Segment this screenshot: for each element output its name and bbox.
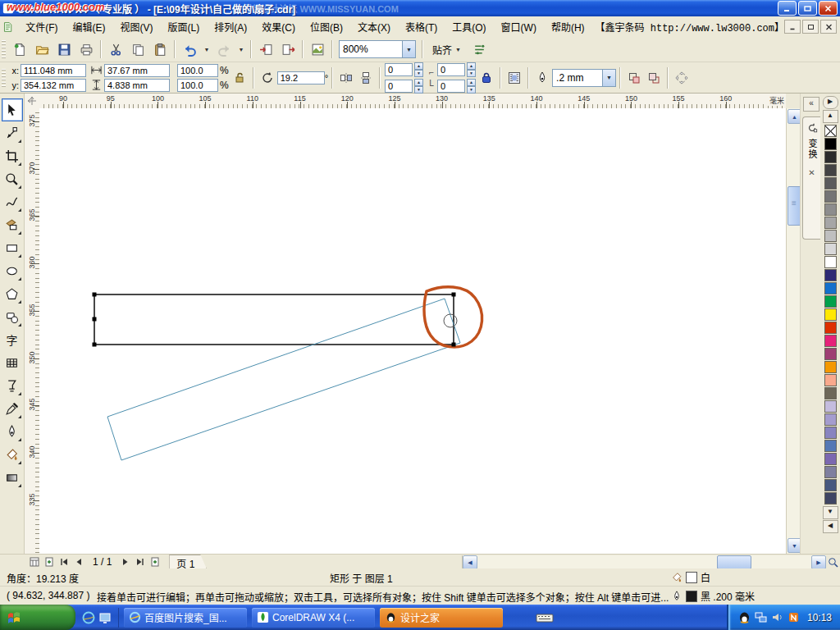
color-swatch-#7f7f9f[interactable]	[824, 466, 837, 478]
task-button-coreldraw[interactable]: CorelDRAW X4 (...	[252, 608, 375, 628]
mirror-vertical-button[interactable]	[356, 68, 376, 88]
menu-item-排列A[interactable]: 排列(A)	[207, 17, 254, 36]
text-tool[interactable]: 字	[2, 328, 23, 351]
object-height-field[interactable]: 4.838 mm	[104, 79, 170, 92]
color-swatch-#7b68b0[interactable]	[824, 453, 837, 465]
import-button[interactable]	[255, 39, 276, 60]
last-page-button[interactable]	[134, 556, 147, 568]
vertical-ruler[interactable]: 375370365360355350345340335	[25, 108, 40, 554]
chevron-down-icon[interactable]: ▼	[402, 41, 415, 57]
y-position-field[interactable]: 354.132 mm	[21, 79, 86, 92]
docker-collapse-button[interactable]: «	[803, 97, 819, 112]
spin-down-icon[interactable]: ▼	[467, 86, 476, 94]
polygon-tool[interactable]	[2, 282, 23, 305]
undo-dropdown[interactable]: ▼	[201, 39, 212, 60]
task-button-qq[interactable]: 设计之家	[380, 608, 503, 628]
docker-tab-transformations[interactable]: 变换 ✕	[802, 116, 820, 240]
smart-fill-tool[interactable]	[2, 213, 23, 236]
menu-item-编辑E[interactable]: 编辑(E)	[66, 17, 113, 36]
color-swatch-#9e3f73[interactable]	[824, 348, 837, 360]
corner-radius-right-top[interactable]: 0	[437, 63, 465, 76]
copy-button[interactable]	[127, 39, 148, 60]
color-swatch-#47587f[interactable]	[824, 479, 837, 491]
toolbar-grip[interactable]	[2, 40, 6, 58]
spin-up-icon[interactable]: ▲	[467, 62, 476, 70]
interactive-fill-tool[interactable]	[2, 466, 23, 489]
show-desktop-icon[interactable]	[98, 611, 112, 624]
color-swatch-#3f4563[interactable]	[824, 492, 837, 504]
next-page-button[interactable]	[119, 556, 132, 568]
first-page-button[interactable]	[57, 556, 71, 568]
mdi-minimize-button[interactable]	[784, 20, 801, 34]
drawing-canvas[interactable]	[39, 108, 786, 554]
horizontal-scroll-thumb[interactable]	[717, 555, 751, 569]
color-swatch-#00a04a[interactable]	[824, 295, 837, 308]
menu-item-效果C[interactable]: 效果(C)	[254, 17, 303, 36]
fill-color-chip[interactable]	[686, 572, 697, 583]
task-button-ie[interactable]: 百度图片搜索_国...	[124, 608, 247, 628]
rectangle-object[interactable]	[94, 294, 454, 345]
blend-tool[interactable]	[2, 374, 23, 397]
paste-button[interactable]	[149, 39, 171, 60]
menu-item-表格T[interactable]: 表格(T)	[398, 17, 445, 36]
selection-handle[interactable]	[93, 317, 97, 322]
crop-tool[interactable]	[2, 144, 23, 167]
horizontal-scrollbar[interactable]: ◀ ▶	[462, 555, 826, 568]
scale-v-field[interactable]: 100.0	[177, 79, 218, 92]
corner-radius-left-bottom[interactable]: 0	[385, 80, 413, 93]
to-front-button[interactable]	[624, 68, 644, 88]
object-width-field[interactable]: 37.67 mm	[104, 64, 170, 77]
new-button[interactable]	[9, 39, 30, 60]
rotation-angle-field[interactable]: 19.2	[277, 71, 325, 84]
color-swatch-none[interactable]	[824, 125, 837, 137]
menu-item-帮助H[interactable]: 帮助(H)	[544, 17, 592, 36]
menu-item-工具O[interactable]: 工具(O)	[445, 17, 493, 36]
selection-handle[interactable]	[452, 293, 456, 297]
color-swatch-#ffffff[interactable]	[824, 256, 837, 268]
palette-flyout-icon[interactable]: ▶	[823, 96, 838, 109]
zoom-tool[interactable]	[2, 167, 23, 190]
scale-h-field[interactable]: 100.0	[177, 64, 218, 77]
propbar-grip[interactable]	[2, 69, 6, 87]
fill-tool[interactable]	[2, 443, 23, 466]
start-button[interactable]	[0, 605, 75, 630]
spin-up-icon[interactable]: ▲	[467, 79, 476, 86]
scroll-right-icon[interactable]: ▶	[811, 555, 826, 569]
freehand-tool[interactable]	[2, 190, 23, 213]
selection-handle[interactable]	[452, 343, 456, 347]
menu-item-窗口W[interactable]: 窗口(W)	[494, 17, 544, 36]
pick-tool[interactable]	[2, 98, 23, 121]
keyboard-icon[interactable]	[536, 611, 554, 624]
color-swatch-#2e2a75[interactable]	[824, 269, 837, 281]
print-button[interactable]	[75, 39, 97, 60]
save-button[interactable]	[53, 39, 75, 60]
convert-to-curves-button[interactable]	[672, 68, 692, 88]
corner-radius-right-bottom[interactable]: 0	[437, 80, 465, 93]
table-tool[interactable]	[2, 351, 23, 374]
restore-button[interactable]	[798, 1, 817, 16]
outline-pen-tool[interactable]	[2, 420, 23, 443]
options-button[interactable]	[468, 39, 490, 60]
selection-handle[interactable]	[93, 343, 97, 347]
color-swatch-#c4bcde[interactable]	[824, 400, 837, 413]
color-swatch-#bfbfbf[interactable]	[824, 230, 837, 242]
vertical-scrollbar[interactable]: ▲ ▼	[786, 108, 801, 554]
color-swatch-#8884c0[interactable]	[824, 427, 837, 439]
color-swatch-#1470cc[interactable]	[824, 282, 837, 294]
mirror-horizontal-button[interactable]	[336, 68, 356, 88]
wrap-text-button[interactable]	[504, 68, 524, 88]
mdi-restore-button[interactable]	[802, 20, 819, 34]
color-swatch-#2b2b2b[interactable]	[824, 151, 837, 163]
palette-scroll-down-icon[interactable]: ▼	[823, 506, 838, 519]
selection-handle[interactable]	[93, 293, 97, 297]
color-swatch-#000000[interactable]	[824, 138, 837, 150]
color-swatch-#f49800[interactable]	[824, 361, 837, 373]
volume-tray-icon[interactable]	[771, 611, 783, 623]
docker-close-icon[interactable]: ✕	[808, 168, 815, 177]
network-tray-icon[interactable]	[755, 611, 767, 623]
add-page-button[interactable]	[43, 556, 56, 568]
palette-expand-icon[interactable]: ◀	[823, 520, 838, 533]
corner-radius-left-top[interactable]: 0	[385, 63, 413, 76]
undo-button[interactable]	[179, 39, 200, 60]
color-swatch-#747474[interactable]	[824, 190, 837, 203]
